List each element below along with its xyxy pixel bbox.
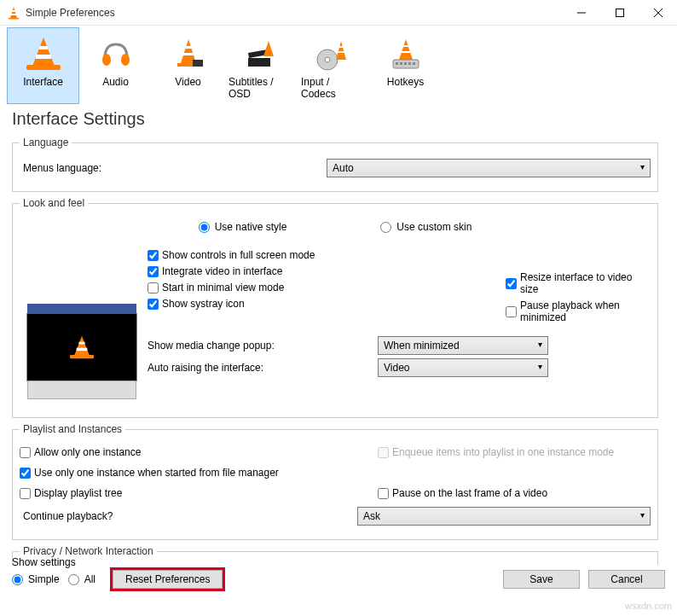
svg-rect-28 <box>400 62 402 65</box>
svg-rect-24 <box>402 45 409 47</box>
tab-audio[interactable]: Audio <box>79 27 152 104</box>
svg-rect-29 <box>404 62 407 65</box>
check-one-instance[interactable]: Allow only one instance <box>20 446 361 458</box>
window-title: Simple Preferences <box>26 7 115 19</box>
continue-playback-select[interactable]: Ask <box>357 507 651 526</box>
media-popup-label: Show media change popup: <box>148 340 378 352</box>
svg-rect-11 <box>184 46 193 49</box>
group-language: Language Menus language: Auto <box>12 137 658 192</box>
group-privacy: Privacy / Network Interaction Activate u… <box>12 545 658 565</box>
check-display-tree[interactable]: Display playlist tree <box>20 487 361 499</box>
group-look-feel: Look and feel Use native style Use custo… <box>12 197 658 418</box>
check-enqueue-items: Enqueue items into playlist in one insta… <box>378 446 651 458</box>
svg-rect-21 <box>338 46 344 48</box>
continue-playback-label: Continue playback? <box>20 510 357 522</box>
close-button[interactable] <box>639 0 677 25</box>
settings-scroll-area[interactable]: Language Menus language: Auto Look and f… <box>12 137 665 565</box>
svg-rect-30 <box>408 62 411 65</box>
group-playlist: Playlist and Instances Allow only one in… <box>12 423 658 540</box>
headphones-icon <box>98 36 134 72</box>
film-cone-icon <box>171 36 206 72</box>
svg-marker-20 <box>336 41 346 60</box>
cone-icon <box>26 38 61 70</box>
menus-language-select[interactable]: Auto <box>327 159 651 177</box>
footer-bar: Simple All Reset Preferences Save Cancel <box>0 565 677 594</box>
svg-point-8 <box>102 54 111 66</box>
svg-point-9 <box>121 54 130 66</box>
svg-rect-5 <box>616 9 623 16</box>
check-one-instance-fm[interactable]: Use only one instance when started from … <box>20 467 651 479</box>
page-title: Interface Settings <box>0 104 677 137</box>
watermark: wsxdn.com <box>625 601 672 611</box>
svg-rect-31 <box>413 62 415 65</box>
media-popup-select[interactable]: When minimized <box>378 336 548 355</box>
svg-rect-1 <box>12 10 15 12</box>
clapper-cone-icon <box>243 36 279 72</box>
svg-rect-2 <box>11 14 16 15</box>
svg-rect-22 <box>337 51 345 53</box>
check-pause-minimized[interactable]: Pause playback when minimized <box>506 299 651 323</box>
svg-point-19 <box>325 57 330 62</box>
radio-simple[interactable]: Simple <box>12 573 60 585</box>
disc-cone-icon <box>315 36 351 72</box>
check-integrate-video[interactable]: Integrate video in interface <box>148 265 489 277</box>
section-tabs: Interface Audio Video Subtitles / OSD In… <box>0 26 677 104</box>
auto-raise-label: Auto raising the interface: <box>148 362 378 374</box>
reset-preferences-button[interactable]: Reset Preferences <box>113 570 223 589</box>
svg-rect-12 <box>182 53 194 55</box>
cancel-button[interactable]: Cancel <box>588 570 665 589</box>
svg-rect-14 <box>193 60 203 67</box>
svg-marker-23 <box>399 39 413 60</box>
check-show-controls[interactable]: Show controls in full screen mode <box>148 249 489 261</box>
tab-subtitles[interactable]: Subtitles / OSD <box>224 27 297 104</box>
tab-video[interactable]: Video <box>152 27 224 104</box>
radio-all[interactable]: All <box>68 573 95 585</box>
svg-rect-27 <box>396 62 398 65</box>
svg-marker-10 <box>181 39 196 63</box>
tab-input-codecs[interactable]: Input / Codecs <box>297 27 369 104</box>
menus-language-label: Menus language: <box>20 162 327 174</box>
titlebar: Simple Preferences <box>0 0 677 26</box>
preview-thumbnail <box>26 313 137 381</box>
radio-native-style[interactable]: Use native style <box>199 221 287 233</box>
check-show-systray[interactable]: Show systray icon <box>148 298 489 310</box>
check-start-minimal[interactable]: Start in minimal view mode <box>148 282 489 293</box>
keyboard-cone-icon <box>388 36 424 72</box>
vlc-app-icon <box>7 6 20 20</box>
minimize-button[interactable] <box>562 0 600 25</box>
tab-hotkeys[interactable]: Hotkeys <box>369 27 442 104</box>
svg-rect-15 <box>248 58 270 67</box>
check-pause-last-frame[interactable]: Pause on the last frame of a video <box>378 487 651 499</box>
save-button[interactable]: Save <box>503 570 580 589</box>
svg-marker-0 <box>10 7 17 18</box>
maximize-button[interactable] <box>600 0 639 25</box>
radio-custom-skin[interactable]: Use custom skin <box>380 221 472 233</box>
auto-raise-select[interactable]: Video <box>378 358 548 377</box>
check-resize-interface[interactable]: Resize interface to video size <box>506 271 651 295</box>
svg-rect-25 <box>401 51 411 53</box>
svg-rect-3 <box>9 18 19 20</box>
svg-marker-17 <box>263 41 274 56</box>
tab-interface[interactable]: Interface <box>7 27 79 104</box>
